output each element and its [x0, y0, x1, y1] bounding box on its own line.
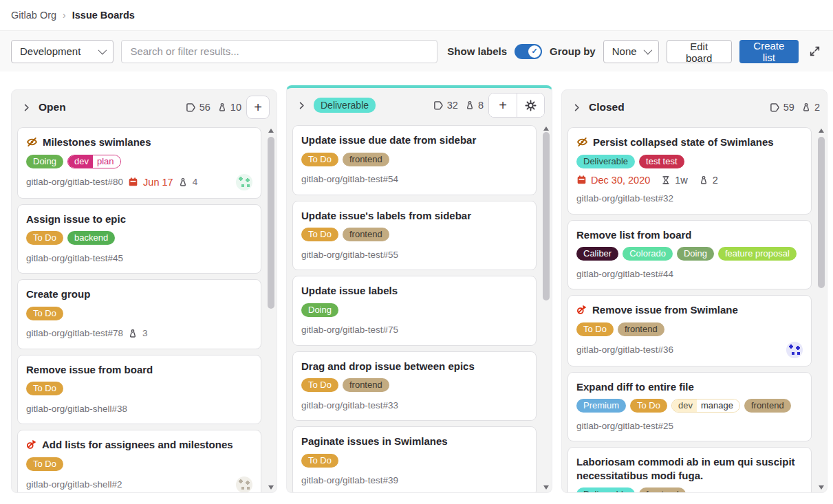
card-title[interactable]: Drag and drop issue between epics	[301, 360, 475, 373]
group-by-value: None	[612, 45, 637, 57]
label-pill[interactable]: Premium	[576, 399, 626, 413]
list-body: Milestones swimlanesDoingdevplangitlab-o…	[12, 124, 277, 492]
add-issue-button[interactable]: +	[246, 96, 270, 119]
card-title-row: Milestones swimlanes	[26, 135, 252, 149]
issue-card[interactable]: Update issue due date from sidebarTo Dof…	[292, 125, 537, 195]
issue-reference: gitlab-org/gitlab-test#33	[301, 400, 398, 410]
label-pill[interactable]: To Do	[301, 378, 338, 392]
card-title[interactable]: Update issue due date from sidebar	[301, 133, 476, 147]
label-pill[interactable]: frontend	[744, 399, 791, 413]
page-title: Issue Boards	[72, 10, 135, 21]
card-title[interactable]: Assign issue to epic	[26, 212, 126, 226]
label-pill[interactable]: To Do	[301, 454, 338, 468]
card-title[interactable]: Update issue's labels from sidebar	[301, 209, 471, 223]
card-title[interactable]: Paginate issues in Swimlanes	[301, 435, 448, 448]
issue-card[interactable]: Drag and drop issue between epicsTo Dofr…	[292, 351, 537, 421]
issue-card[interactable]: Persist collapsed state of SwimlanesDeli…	[567, 127, 812, 215]
show-labels-toggle[interactable]: ✓	[515, 44, 542, 59]
card-title[interactable]: Expand diff to entire file	[576, 380, 694, 394]
card-title[interactable]: Add lists for assignees and milestones	[42, 438, 233, 452]
collapse-list-chevron-icon[interactable]	[569, 100, 584, 115]
label-pill[interactable]: To Do	[576, 322, 614, 336]
issue-card[interactable]: Update issue labelsDoinggitlab-org/gitla…	[292, 276, 537, 346]
edit-board-button[interactable]: Edit board	[667, 40, 732, 63]
issue-card[interactable]: Add lists for assignees and milestonesTo…	[17, 430, 261, 492]
collapse-list-chevron-icon[interactable]	[19, 100, 34, 115]
card-title-row: Update issue due date from sidebar	[301, 133, 528, 147]
card-title-row: Remove issue from Swimlane	[576, 303, 803, 317]
scrollbar-thumb[interactable]	[818, 137, 825, 288]
issue-card[interactable]: Remove list from boardCaliberColoradoDoi…	[567, 220, 812, 290]
add-issue-button[interactable]: +	[489, 94, 517, 117]
breadcrumb-group-link[interactable]: Gitlab Org	[11, 10, 56, 21]
card-title[interactable]: Remove list from board	[576, 228, 692, 242]
issue-reference: gitlab-org/gitlab-test#39	[301, 475, 398, 485]
card-title[interactable]: Persist collapsed state of Swimlanes	[593, 135, 774, 149]
scroll-down-arrow-icon[interactable]	[543, 485, 549, 490]
scrollbar-thumb[interactable]	[543, 132, 550, 300]
list-settings-button[interactable]	[517, 94, 544, 117]
issue-card[interactable]: Milestones swimlanesDoingdevplangitlab-o…	[17, 127, 261, 199]
label-pill[interactable]: Doing	[677, 247, 714, 261]
collapse-list-chevron-icon[interactable]	[294, 98, 309, 113]
card-title[interactable]: Laboriosam commodi ab in eum qui suscipi…	[576, 455, 803, 482]
label-pill[interactable]: backend	[67, 231, 115, 245]
label-pill[interactable]: To Do	[26, 307, 63, 320]
label-pill[interactable]: To Do	[26, 231, 63, 245]
label-pill[interactable]: Deliverable	[576, 487, 635, 492]
label-pill[interactable]: frontend	[343, 153, 389, 166]
label-pill[interactable]: frontend	[618, 322, 664, 336]
issue-card[interactable]: Laboriosam commodi ab in eum qui suscipi…	[567, 447, 812, 492]
label-pill[interactable]: To Do	[301, 228, 338, 241]
due-date: Jun 17	[143, 177, 173, 188]
issue-card[interactable]: Update issue's labels from sidebarTo Dof…	[292, 201, 537, 271]
card-title-row: Drag and drop issue between epics	[301, 360, 528, 373]
weight-count: 2	[814, 102, 820, 113]
list-title-label[interactable]: Deliverable	[314, 98, 376, 113]
search-input[interactable]	[122, 45, 437, 57]
label-pill[interactable]: frontend	[639, 487, 686, 492]
scoped-label[interactable]: devmanage	[671, 399, 740, 413]
scrollbar-thumb[interactable]	[268, 137, 274, 309]
card-labels: To Do	[26, 382, 252, 395]
label-pill[interactable]: feature proposal	[718, 247, 797, 261]
card-title[interactable]: Update issue labels	[301, 284, 398, 298]
label-pill[interactable]: frontend	[343, 378, 389, 392]
list-actions: +	[488, 93, 545, 118]
issue-card[interactable]: Remove issue from boardTo Dogitlab-org/g…	[17, 355, 261, 425]
issue-card[interactable]: Expand diff to entire filePremiumTo Dode…	[567, 372, 812, 442]
label-pill[interactable]: Caliber	[576, 247, 618, 261]
label-pill[interactable]: To Do	[26, 457, 63, 471]
scoped-label[interactable]: devplan	[67, 155, 121, 168]
card-title[interactable]: Remove issue from board	[26, 363, 153, 377]
scroll-up-arrow-icon[interactable]	[543, 127, 549, 131]
group-by-select[interactable]: None	[603, 40, 659, 63]
label-pill[interactable]: To Do	[630, 399, 667, 413]
card-title[interactable]: Create group	[26, 287, 90, 301]
create-list-button[interactable]: Create list	[739, 40, 799, 63]
scroll-down-arrow-icon[interactable]	[268, 485, 274, 490]
label-pill[interactable]: Doing	[301, 303, 338, 317]
label-pill[interactable]: Doing	[26, 155, 63, 168]
breadcrumb-separator: ›	[63, 10, 66, 21]
label-pill[interactable]: To Do	[301, 153, 338, 166]
board-select[interactable]: Development	[11, 40, 113, 63]
chevron-down-icon	[643, 46, 652, 55]
scroll-up-arrow-icon[interactable]	[819, 129, 824, 133]
time-estimate: 1w	[675, 175, 688, 186]
issue-card[interactable]: Paginate issues in SwimlanesTo Dogitlab-…	[292, 426, 537, 492]
label-pill[interactable]: Colorado	[623, 247, 673, 261]
label-pill[interactable]: frontend	[343, 228, 389, 241]
show-labels-label: Show labels	[447, 45, 507, 57]
issue-card[interactable]: Create groupTo Dogitlab-org/gitlab-test#…	[17, 279, 261, 349]
scroll-down-arrow-icon[interactable]	[819, 485, 824, 490]
scroll-up-arrow-icon[interactable]	[268, 129, 274, 133]
card-title[interactable]: Remove issue from Swimlane	[592, 303, 738, 317]
fullscreen-icon[interactable]	[808, 44, 822, 58]
label-pill[interactable]: To Do	[26, 382, 63, 395]
issue-card[interactable]: Remove issue from SwimlaneTo Dofrontendg…	[567, 295, 812, 366]
card-title[interactable]: Milestones swimlanes	[43, 135, 151, 149]
issue-card[interactable]: Assign issue to epicTo Dobackendgitlab-o…	[17, 204, 261, 274]
label-pill[interactable]: test test	[639, 155, 684, 168]
label-pill[interactable]: Deliverable	[576, 155, 635, 168]
